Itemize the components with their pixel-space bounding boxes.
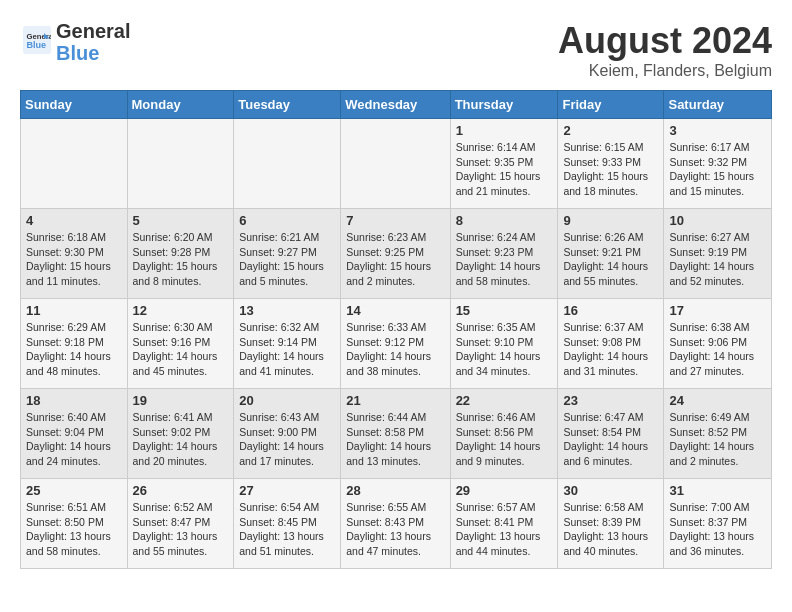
weekday-header: Tuesday [234,91,341,119]
title-block: August 2024 Keiem, Flanders, Belgium [558,20,772,80]
day-number: 26 [133,483,229,498]
day-info: Sunrise: 6:40 AM Sunset: 9:04 PM Dayligh… [26,410,122,469]
calendar-cell: 25Sunrise: 6:51 AM Sunset: 8:50 PM Dayli… [21,479,128,569]
calendar-cell: 9Sunrise: 6:26 AM Sunset: 9:21 PM Daylig… [558,209,664,299]
day-info: Sunrise: 6:30 AM Sunset: 9:16 PM Dayligh… [133,320,229,379]
day-number: 4 [26,213,122,228]
day-number: 9 [563,213,658,228]
logo-line2: Blue [56,42,130,64]
calendar-cell: 20Sunrise: 6:43 AM Sunset: 9:00 PM Dayli… [234,389,341,479]
calendar-cell: 7Sunrise: 6:23 AM Sunset: 9:25 PM Daylig… [341,209,450,299]
calendar-cell: 6Sunrise: 6:21 AM Sunset: 9:27 PM Daylig… [234,209,341,299]
day-number: 10 [669,213,766,228]
day-info: Sunrise: 6:43 AM Sunset: 9:00 PM Dayligh… [239,410,335,469]
weekday-header: Saturday [664,91,772,119]
day-info: Sunrise: 6:37 AM Sunset: 9:08 PM Dayligh… [563,320,658,379]
day-number: 13 [239,303,335,318]
day-number: 20 [239,393,335,408]
day-number: 21 [346,393,444,408]
day-info: Sunrise: 6:23 AM Sunset: 9:25 PM Dayligh… [346,230,444,289]
day-number: 14 [346,303,444,318]
calendar-cell: 31Sunrise: 7:00 AM Sunset: 8:37 PM Dayli… [664,479,772,569]
calendar-cell: 29Sunrise: 6:57 AM Sunset: 8:41 PM Dayli… [450,479,558,569]
calendar-cell: 1Sunrise: 6:14 AM Sunset: 9:35 PM Daylig… [450,119,558,209]
weekday-header: Wednesday [341,91,450,119]
day-number: 6 [239,213,335,228]
day-info: Sunrise: 6:57 AM Sunset: 8:41 PM Dayligh… [456,500,553,559]
day-number: 18 [26,393,122,408]
calendar-cell [341,119,450,209]
day-info: Sunrise: 6:29 AM Sunset: 9:18 PM Dayligh… [26,320,122,379]
day-info: Sunrise: 6:14 AM Sunset: 9:35 PM Dayligh… [456,140,553,199]
day-number: 19 [133,393,229,408]
logo: General Blue General Blue [20,20,130,64]
day-info: Sunrise: 6:35 AM Sunset: 9:10 PM Dayligh… [456,320,553,379]
day-number: 2 [563,123,658,138]
calendar-cell: 21Sunrise: 6:44 AM Sunset: 8:58 PM Dayli… [341,389,450,479]
day-number: 27 [239,483,335,498]
day-number: 5 [133,213,229,228]
calendar-cell: 30Sunrise: 6:58 AM Sunset: 8:39 PM Dayli… [558,479,664,569]
day-info: Sunrise: 6:21 AM Sunset: 9:27 PM Dayligh… [239,230,335,289]
calendar-cell: 17Sunrise: 6:38 AM Sunset: 9:06 PM Dayli… [664,299,772,389]
day-info: Sunrise: 7:00 AM Sunset: 8:37 PM Dayligh… [669,500,766,559]
day-info: Sunrise: 6:51 AM Sunset: 8:50 PM Dayligh… [26,500,122,559]
calendar-cell: 23Sunrise: 6:47 AM Sunset: 8:54 PM Dayli… [558,389,664,479]
day-info: Sunrise: 6:33 AM Sunset: 9:12 PM Dayligh… [346,320,444,379]
page-subtitle: Keiem, Flanders, Belgium [558,62,772,80]
calendar-cell: 11Sunrise: 6:29 AM Sunset: 9:18 PM Dayli… [21,299,128,389]
calendar-cell [21,119,128,209]
calendar-cell: 4Sunrise: 6:18 AM Sunset: 9:30 PM Daylig… [21,209,128,299]
day-number: 31 [669,483,766,498]
day-info: Sunrise: 6:17 AM Sunset: 9:32 PM Dayligh… [669,140,766,199]
calendar-table: SundayMondayTuesdayWednesdayThursdayFrid… [20,90,772,569]
day-number: 11 [26,303,122,318]
day-info: Sunrise: 6:49 AM Sunset: 8:52 PM Dayligh… [669,410,766,469]
weekday-header: Thursday [450,91,558,119]
page-title: August 2024 [558,20,772,62]
calendar-cell [127,119,234,209]
day-info: Sunrise: 6:47 AM Sunset: 8:54 PM Dayligh… [563,410,658,469]
day-info: Sunrise: 6:52 AM Sunset: 8:47 PM Dayligh… [133,500,229,559]
day-info: Sunrise: 6:46 AM Sunset: 8:56 PM Dayligh… [456,410,553,469]
day-number: 24 [669,393,766,408]
day-info: Sunrise: 6:20 AM Sunset: 9:28 PM Dayligh… [133,230,229,289]
day-info: Sunrise: 6:44 AM Sunset: 8:58 PM Dayligh… [346,410,444,469]
calendar-cell: 10Sunrise: 6:27 AM Sunset: 9:19 PM Dayli… [664,209,772,299]
logo-line1: General [56,20,130,42]
day-info: Sunrise: 6:27 AM Sunset: 9:19 PM Dayligh… [669,230,766,289]
day-number: 7 [346,213,444,228]
day-number: 16 [563,303,658,318]
calendar-cell: 13Sunrise: 6:32 AM Sunset: 9:14 PM Dayli… [234,299,341,389]
day-info: Sunrise: 6:55 AM Sunset: 8:43 PM Dayligh… [346,500,444,559]
day-number: 17 [669,303,766,318]
svg-text:General: General [27,32,52,41]
day-info: Sunrise: 6:15 AM Sunset: 9:33 PM Dayligh… [563,140,658,199]
day-info: Sunrise: 6:38 AM Sunset: 9:06 PM Dayligh… [669,320,766,379]
calendar-cell: 22Sunrise: 6:46 AM Sunset: 8:56 PM Dayli… [450,389,558,479]
day-info: Sunrise: 6:58 AM Sunset: 8:39 PM Dayligh… [563,500,658,559]
day-info: Sunrise: 6:24 AM Sunset: 9:23 PM Dayligh… [456,230,553,289]
day-number: 22 [456,393,553,408]
day-number: 29 [456,483,553,498]
calendar-cell: 28Sunrise: 6:55 AM Sunset: 8:43 PM Dayli… [341,479,450,569]
calendar-cell: 2Sunrise: 6:15 AM Sunset: 9:33 PM Daylig… [558,119,664,209]
page-header: General Blue General Blue August 2024 Ke… [20,20,772,80]
day-number: 8 [456,213,553,228]
calendar-cell: 16Sunrise: 6:37 AM Sunset: 9:08 PM Dayli… [558,299,664,389]
weekday-header: Monday [127,91,234,119]
calendar-cell: 24Sunrise: 6:49 AM Sunset: 8:52 PM Dayli… [664,389,772,479]
day-number: 15 [456,303,553,318]
svg-text:Blue: Blue [27,40,47,50]
calendar-cell: 14Sunrise: 6:33 AM Sunset: 9:12 PM Dayli… [341,299,450,389]
weekday-header: Sunday [21,91,128,119]
day-number: 30 [563,483,658,498]
day-info: Sunrise: 6:18 AM Sunset: 9:30 PM Dayligh… [26,230,122,289]
weekday-header: Friday [558,91,664,119]
calendar-cell: 8Sunrise: 6:24 AM Sunset: 9:23 PM Daylig… [450,209,558,299]
logo-icon: General Blue [23,26,51,54]
calendar-cell: 5Sunrise: 6:20 AM Sunset: 9:28 PM Daylig… [127,209,234,299]
calendar-cell: 15Sunrise: 6:35 AM Sunset: 9:10 PM Dayli… [450,299,558,389]
calendar-cell: 26Sunrise: 6:52 AM Sunset: 8:47 PM Dayli… [127,479,234,569]
day-number: 1 [456,123,553,138]
